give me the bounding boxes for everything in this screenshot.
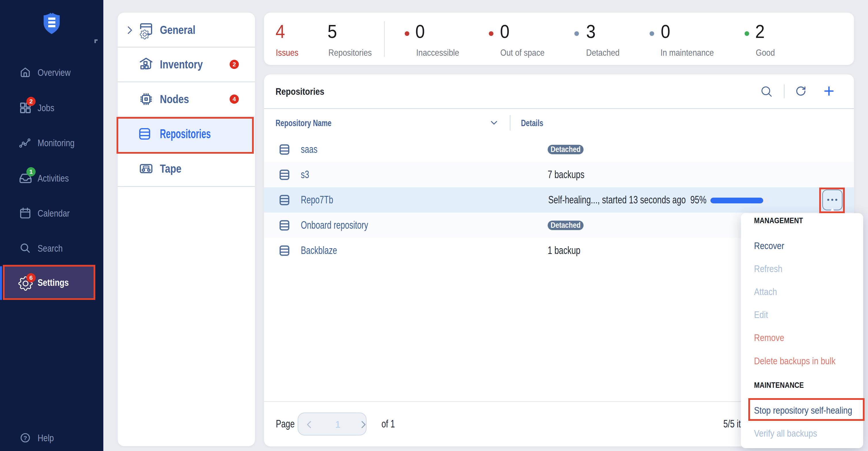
svg-text:?: ? [24,434,27,441]
